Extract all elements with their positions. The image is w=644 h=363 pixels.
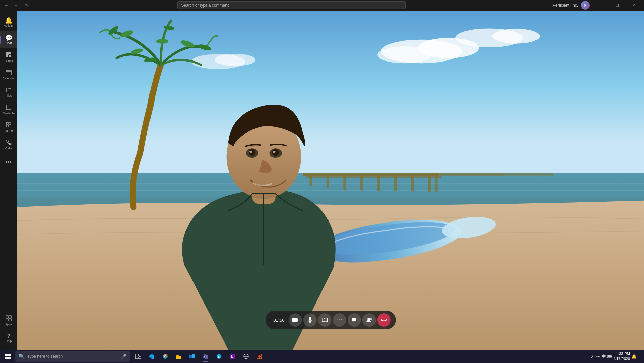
svg-point-33 bbox=[156, 39, 168, 44]
taskbar-datetime[interactable]: 1:33 PM 4/17/2020 bbox=[613, 351, 630, 362]
help-icon: ? bbox=[7, 334, 10, 339]
sidebar-item-teams[interactable]: Teams bbox=[0, 48, 17, 66]
svg-point-68 bbox=[370, 318, 372, 320]
svg-rect-42 bbox=[360, 176, 363, 190]
titlebar-left: ← → ✎ bbox=[3, 1, 31, 9]
avatar-initials: P bbox=[584, 4, 587, 7]
svg-rect-75 bbox=[139, 357, 141, 359]
svg-rect-40 bbox=[327, 176, 329, 188]
svg-rect-2 bbox=[6, 55, 8, 57]
svg-rect-37 bbox=[303, 173, 438, 176]
back-button[interactable]: ← bbox=[3, 1, 11, 9]
svg-point-21 bbox=[377, 46, 431, 63]
activity-icon: 🔔 bbox=[5, 17, 12, 24]
svg-rect-72 bbox=[8, 357, 11, 359]
chat-icon: 💬 bbox=[5, 35, 12, 41]
compose-button[interactable]: ✎ bbox=[23, 1, 31, 9]
taskbar-taskview[interactable] bbox=[132, 350, 145, 363]
svg-rect-49 bbox=[503, 173, 553, 176]
sidebar-label-help: Help bbox=[6, 340, 12, 343]
video-toggle-button[interactable] bbox=[289, 313, 302, 327]
sidebar-label-planner: Planner bbox=[3, 129, 14, 132]
sidebar-item-chat[interactable]: 💬 Chat bbox=[0, 31, 17, 48]
svg-text:S: S bbox=[218, 355, 220, 358]
svg-point-23 bbox=[492, 29, 540, 43]
svg-rect-1 bbox=[9, 52, 11, 54]
main-area: 🔔 Activity 💬 Chat Teams bbox=[0, 11, 644, 350]
svg-point-60 bbox=[273, 151, 276, 153]
taskbar-feedback[interactable] bbox=[253, 350, 266, 363]
svg-rect-4 bbox=[6, 70, 11, 75]
sidebar-label-chat: Chat bbox=[5, 42, 12, 45]
minimize-button[interactable]: — bbox=[594, 0, 609, 11]
command-search[interactable]: Search or type a command bbox=[177, 1, 406, 9]
user-avatar[interactable]: P bbox=[581, 1, 590, 10]
svg-rect-18 bbox=[17, 11, 644, 197]
svg-rect-12 bbox=[6, 125, 8, 127]
nav-buttons: ← → bbox=[3, 1, 20, 9]
chat-button[interactable] bbox=[348, 313, 361, 327]
sidebar-item-calendar[interactable]: Calendar bbox=[0, 66, 17, 83]
taskbar-search-box[interactable]: 🔍 Type here to search 🎤 bbox=[15, 351, 130, 362]
sidebar-item-more[interactable]: ••• bbox=[0, 153, 17, 171]
restore-button[interactable]: ❐ bbox=[610, 0, 625, 11]
sidebar-item-help[interactable]: ? Help bbox=[0, 329, 17, 347]
svg-rect-46 bbox=[428, 176, 431, 192]
taskbar-snip[interactable] bbox=[239, 350, 253, 363]
svg-point-57 bbox=[249, 149, 255, 156]
sidebar-item-calls[interactable]: Calls bbox=[0, 136, 17, 153]
svg-rect-14 bbox=[6, 316, 8, 318]
taskbar: 🔍 Type here to search 🎤 bbox=[0, 350, 644, 363]
svg-rect-45 bbox=[411, 176, 414, 191]
power-icon[interactable] bbox=[607, 354, 612, 359]
svg-rect-10 bbox=[6, 122, 8, 124]
svg-rect-95 bbox=[608, 355, 611, 357]
svg-rect-41 bbox=[343, 176, 346, 190]
title-bar: ← → ✎ Search or type a command Perficien… bbox=[0, 0, 644, 11]
more-icon: ••• bbox=[6, 160, 12, 164]
taskbar-notification-icon[interactable]: 🔔 bbox=[631, 354, 637, 359]
svg-rect-17 bbox=[9, 319, 11, 321]
sidebar-label-calendar: Calendar bbox=[3, 77, 15, 80]
close-button[interactable]: ✕ bbox=[626, 0, 641, 11]
notification-chevron-icon[interactable]: ∧ bbox=[591, 354, 594, 359]
svg-rect-8 bbox=[6, 105, 11, 110]
calendar-icon bbox=[6, 69, 12, 76]
svg-rect-15 bbox=[9, 316, 11, 318]
sidebar-item-planner[interactable]: Planner bbox=[0, 118, 17, 136]
taskbar-mic-icon[interactable]: 🎤 bbox=[121, 354, 126, 359]
share-screen-button[interactable] bbox=[318, 313, 332, 327]
participants-button[interactable] bbox=[362, 313, 376, 327]
taskbar-teams[interactable]: T bbox=[199, 350, 212, 363]
sidebar-item-apps[interactable]: Apps bbox=[0, 312, 17, 329]
taskbar-onenote[interactable]: N bbox=[226, 350, 239, 363]
sidebar: 🔔 Activity 💬 Chat Teams bbox=[0, 11, 17, 350]
taskbar-chrome[interactable] bbox=[159, 350, 172, 363]
sidebar-item-files[interactable]: Files bbox=[0, 83, 17, 101]
volume-icon[interactable] bbox=[601, 354, 606, 359]
taskbar-time-value: 1:33 PM bbox=[613, 351, 630, 356]
svg-rect-69 bbox=[5, 354, 8, 356]
show-desktop-button[interactable] bbox=[640, 350, 643, 363]
network-icon[interactable] bbox=[595, 354, 600, 359]
sidebar-item-onenote[interactable]: OneNote bbox=[0, 101, 17, 118]
end-call-button[interactable] bbox=[377, 313, 391, 327]
taskbar-explorer[interactable] bbox=[172, 350, 185, 363]
svg-rect-73 bbox=[135, 354, 138, 359]
svg-rect-96 bbox=[611, 356, 612, 357]
svg-rect-3 bbox=[9, 55, 11, 57]
planner-icon bbox=[6, 122, 12, 129]
more-options-button[interactable]: ··· bbox=[333, 313, 346, 327]
svg-text:T: T bbox=[204, 356, 205, 358]
start-button[interactable] bbox=[1, 350, 15, 363]
mute-button[interactable] bbox=[303, 313, 317, 327]
taskbar-outlook[interactable]: O bbox=[185, 350, 199, 363]
taskbar-skype[interactable]: S bbox=[212, 350, 226, 363]
taskbar-system-tray: ∧ 1:33 PM 4/17/2020 bbox=[588, 351, 639, 362]
svg-rect-0 bbox=[6, 52, 9, 55]
taskbar-edge[interactable] bbox=[145, 350, 159, 363]
sidebar-item-activity[interactable]: 🔔 Activity bbox=[0, 13, 17, 31]
sidebar-label-onenote: OneNote bbox=[3, 112, 15, 115]
forward-button[interactable]: → bbox=[12, 1, 20, 9]
onenote-icon bbox=[6, 104, 12, 111]
